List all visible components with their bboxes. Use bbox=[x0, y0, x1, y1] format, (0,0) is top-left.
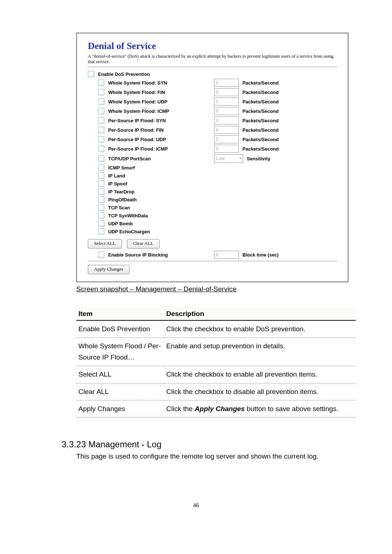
threshold-row: Per-Source IP Flood: SYN 0Packets/Second bbox=[88, 116, 337, 124]
flag-checkbox[interactable] bbox=[98, 204, 105, 211]
threshold-label: Whole System Flood: SYN bbox=[108, 80, 167, 86]
table-item: Select ALL bbox=[76, 366, 164, 383]
table-desc: Click the Apply Changes button to save a… bbox=[164, 400, 356, 417]
threshold-checkbox[interactable] bbox=[98, 117, 105, 124]
threshold-label: Per-Source IP Flood: FIN bbox=[108, 127, 164, 133]
dos-config-panel: Denial of Service A "denial-of-service" … bbox=[76, 33, 348, 282]
section-heading: 3.3.23 Management - Log bbox=[62, 439, 356, 450]
threshold-checkbox[interactable] bbox=[98, 145, 105, 152]
section-title: Management - Log bbox=[88, 439, 161, 449]
threshold-checkbox[interactable] bbox=[98, 98, 105, 105]
threshold-unit: Packets/Second bbox=[242, 99, 279, 104]
flag-checkbox[interactable] bbox=[98, 220, 105, 227]
flag-row: UDP EchoChargen bbox=[88, 228, 337, 235]
flag-row: IP Spoof bbox=[88, 180, 337, 187]
threshold-checkbox[interactable] bbox=[98, 89, 105, 95]
threshold-label: Per-Source IP Flood: UDP bbox=[108, 137, 166, 142]
threshold-input[interactable]: 0 bbox=[214, 126, 239, 134]
table-item: Apply Changes bbox=[76, 400, 164, 417]
table-item: Whole System Flood / Per-Source IP Flood… bbox=[76, 338, 164, 366]
select-clear-row: Select ALL Clear ALL bbox=[88, 239, 337, 249]
portscan-sensitivity-select[interactable]: Low ▾ bbox=[214, 154, 243, 163]
threshold-unit: Packets/Second bbox=[242, 146, 279, 152]
chevron-down-icon: ▾ bbox=[240, 155, 241, 163]
flag-checkbox[interactable] bbox=[98, 188, 105, 195]
table-row: Apply Changes Click the Apply Changes bu… bbox=[76, 400, 356, 417]
threshold-checkbox[interactable] bbox=[98, 127, 105, 133]
threshold-input[interactable]: 0 bbox=[214, 107, 239, 115]
enable-dos-checkbox[interactable] bbox=[88, 71, 94, 77]
flag-checkbox[interactable] bbox=[98, 164, 105, 171]
screenshot-caption: Screen snapshot – Management – Denial-of… bbox=[76, 285, 356, 293]
table-desc: Enable and setup prevention in details. bbox=[164, 338, 356, 366]
table-row: Select ALL Click the checkbox to enable … bbox=[76, 366, 356, 383]
section-body: This page is used to configure the remot… bbox=[76, 451, 341, 462]
flag-row: TCP SynWithData bbox=[88, 212, 337, 219]
apply-prefix: Click the bbox=[166, 405, 195, 413]
flag-checkbox[interactable] bbox=[98, 172, 105, 179]
threshold-unit: Packets/Second bbox=[242, 90, 279, 95]
flag-row: UDP Bomb bbox=[88, 220, 337, 227]
flag-label: IP Spoof bbox=[108, 181, 127, 186]
threshold-checkbox[interactable] bbox=[98, 79, 105, 86]
flag-row: IP Land bbox=[88, 172, 337, 179]
section-number: 3.3.23 bbox=[62, 439, 86, 449]
table-desc: Click the checkbox to enable DoS prevent… bbox=[164, 320, 356, 338]
threshold-row: Whole System Flood: FIN 0Packets/Second bbox=[88, 88, 337, 96]
threshold-input[interactable]: 0 bbox=[214, 145, 239, 153]
source-ip-block-row: Enable Source IP Blocking 0Block time (s… bbox=[88, 251, 337, 259]
source-ip-block-checkbox[interactable] bbox=[98, 251, 105, 258]
threshold-input[interactable]: 0 bbox=[214, 79, 239, 87]
enable-dos-row: Enable DoS Prevention bbox=[88, 71, 337, 77]
apply-row: Apply Changes bbox=[88, 265, 337, 274]
flag-checkbox[interactable] bbox=[98, 228, 105, 235]
threshold-checkbox[interactable] bbox=[98, 108, 105, 114]
portscan-unit: Sensitivity bbox=[247, 156, 270, 161]
table-item: Clear ALL bbox=[76, 383, 164, 400]
table-item: Enable DoS Prevention bbox=[76, 320, 164, 338]
threshold-input[interactable]: 0 bbox=[214, 116, 239, 124]
threshold-input[interactable]: 0 bbox=[214, 135, 239, 143]
apply-bold: Apply Changes bbox=[195, 405, 245, 413]
threshold-unit: Packets/Second bbox=[242, 108, 279, 114]
select-all-button[interactable]: Select ALL bbox=[88, 239, 122, 249]
table-header-desc: Description bbox=[164, 308, 356, 320]
flag-checkbox[interactable] bbox=[98, 196, 105, 203]
flag-label: PingOfDeath bbox=[108, 197, 137, 202]
clear-all-button[interactable]: Clear ALL bbox=[127, 239, 160, 249]
document-page: Denial of Service A "denial-of-service" … bbox=[0, 0, 392, 523]
threshold-row: Per-Source IP Flood: FIN 0Packets/Second bbox=[88, 126, 337, 134]
threshold-label: Per-Source IP Flood: SYN bbox=[108, 118, 166, 123]
threshold-checkbox[interactable] bbox=[98, 136, 105, 143]
flag-label: IP Land bbox=[108, 173, 125, 178]
threshold-input[interactable]: 0 bbox=[214, 98, 239, 106]
flag-label: TCP SynWithData bbox=[108, 213, 148, 218]
apply-suffix: button to save above settings. bbox=[245, 405, 338, 413]
block-time-input[interactable]: 0 bbox=[214, 251, 239, 259]
flag-label: ICMP Smurf bbox=[108, 165, 135, 171]
flag-checkbox[interactable] bbox=[98, 212, 105, 219]
block-time-unit: Block time (sec) bbox=[242, 252, 279, 258]
flag-checkbox[interactable] bbox=[98, 180, 105, 187]
threshold-label: Per-Source IP Flood: ICMP bbox=[108, 146, 168, 152]
divider bbox=[88, 67, 337, 67]
source-ip-block-label: Enable Source IP Blocking bbox=[108, 252, 168, 258]
page-number: 46 bbox=[36, 502, 356, 509]
threshold-unit: Packets/Second bbox=[242, 127, 279, 133]
threshold-input[interactable]: 0 bbox=[214, 88, 239, 96]
enable-dos-label: Enable DoS Prevention bbox=[98, 71, 150, 77]
portscan-level: Low bbox=[216, 155, 225, 163]
threshold-row: Per-Source IP Flood: ICMP 0Packets/Secon… bbox=[88, 145, 337, 153]
description-table: Item Description Enable DoS Prevention C… bbox=[76, 308, 356, 418]
table-desc: Click the checkbox to enable all prevent… bbox=[164, 366, 356, 383]
flag-row: ICMP Smurf bbox=[88, 164, 337, 171]
portscan-checkbox[interactable] bbox=[98, 155, 105, 162]
threshold-row: Whole System Flood: UDP 0Packets/Second bbox=[88, 98, 337, 106]
panel-description: A "denial-of-service" (DoS) attack is ch… bbox=[88, 54, 337, 65]
flag-label: IP TearDrop bbox=[108, 189, 134, 194]
threshold-label: Whole System Flood: FIN bbox=[108, 90, 165, 95]
apply-changes-button[interactable]: Apply Changes bbox=[88, 265, 130, 274]
flag-row: PingOfDeath bbox=[88, 196, 337, 203]
table-row: Whole System Flood / Per-Source IP Flood… bbox=[76, 338, 356, 366]
threshold-label: Whole System Flood: UDP bbox=[108, 99, 167, 104]
